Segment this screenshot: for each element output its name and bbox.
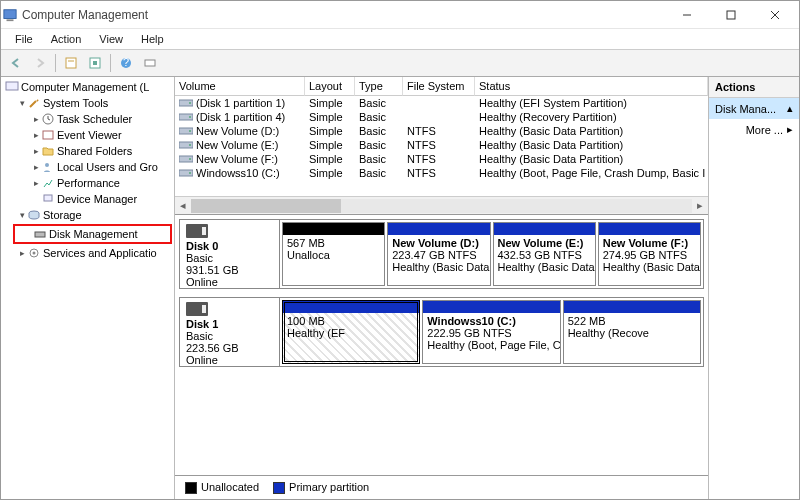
svg-point-15 — [45, 163, 49, 167]
svg-rect-11 — [145, 60, 155, 66]
disk-label[interactable]: Disk 0Basic931.51 GBOnline — [180, 220, 280, 288]
horizontal-scrollbar[interactable]: ◂ ▸ — [175, 196, 708, 214]
tools-icon — [27, 96, 41, 110]
refresh-button[interactable] — [84, 52, 106, 74]
svg-point-26 — [189, 130, 191, 132]
partition[interactable]: Windowss10 (C:)222.95 GB NTFSHealthy (Bo… — [422, 300, 560, 364]
col-type[interactable]: Type — [355, 77, 403, 96]
disk-icon — [186, 302, 208, 316]
help-button[interactable]: ? — [115, 52, 137, 74]
svg-point-20 — [33, 252, 36, 255]
properties-button[interactable] — [60, 52, 82, 74]
tree-storage[interactable]: ▾Storage — [1, 207, 174, 223]
toolbar-separator — [55, 54, 56, 72]
svg-text:?: ? — [123, 56, 129, 68]
legend: Unallocated Primary partition — [175, 475, 708, 499]
navigation-tree[interactable]: Computer Management (L ▾System Tools ▸Ta… — [1, 77, 175, 499]
clock-icon — [41, 112, 55, 126]
legend-primary: Primary partition — [273, 481, 369, 494]
table-row[interactable]: New Volume (E:)SimpleBasicNTFSHealthy (B… — [175, 138, 708, 152]
col-volume[interactable]: Volume — [175, 77, 305, 96]
back-button[interactable] — [5, 52, 27, 74]
tree-performance[interactable]: ▸Performance — [1, 175, 174, 191]
tree-root[interactable]: Computer Management (L — [1, 79, 174, 95]
chevron-right-icon: ▸ — [31, 178, 41, 188]
svg-point-22 — [189, 102, 191, 104]
col-layout[interactable]: Layout — [305, 77, 355, 96]
drive-icon — [179, 140, 193, 150]
tree-shared-folders[interactable]: ▸Shared Folders — [1, 143, 174, 159]
extra-button[interactable] — [139, 52, 161, 74]
disk-label[interactable]: Disk 1Basic223.56 GBOnline — [180, 298, 280, 366]
partition[interactable]: New Volume (E:)432.53 GB NTFSHealthy (Ba… — [493, 222, 596, 286]
chevron-down-icon: ▾ — [17, 210, 27, 220]
actions-pane: Actions Disk Mana...▴ More ...▸ — [709, 77, 799, 499]
chevron-right-icon: ▸ — [31, 146, 41, 156]
center-pane: Volume Layout Type File System Status (D… — [175, 77, 709, 499]
actions-more[interactable]: More ...▸ — [709, 119, 799, 140]
svg-point-24 — [189, 116, 191, 118]
window-controls — [665, 1, 797, 29]
partition[interactable]: 100 MBHealthy (EF — [282, 300, 420, 364]
disk-block: Disk 0Basic931.51 GBOnline567 MBUnalloca… — [179, 219, 704, 289]
tree-device-manager[interactable]: Device Manager — [1, 191, 174, 207]
menu-help[interactable]: Help — [133, 31, 172, 47]
svg-rect-12 — [6, 82, 18, 90]
maximize-button[interactable] — [709, 1, 753, 29]
svg-rect-6 — [66, 58, 76, 68]
svg-rect-3 — [727, 11, 735, 19]
highlighted-item: Disk Management — [13, 224, 172, 244]
device-icon — [41, 192, 55, 206]
scroll-right-icon[interactable]: ▸ — [692, 199, 708, 212]
drive-icon — [179, 112, 193, 122]
partition[interactable]: 522 MBHealthy (Recove — [563, 300, 701, 364]
table-row[interactable]: New Volume (D:)SimpleBasicNTFSHealthy (B… — [175, 124, 708, 138]
svg-rect-1 — [7, 19, 14, 21]
chevron-right-icon: ▸ — [31, 130, 41, 140]
titlebar: Computer Management — [1, 1, 799, 29]
tree-system-tools[interactable]: ▾System Tools — [1, 95, 174, 111]
events-icon — [41, 128, 55, 142]
app-icon — [3, 8, 17, 22]
table-row[interactable]: (Disk 1 partition 4)SimpleBasicHealthy (… — [175, 110, 708, 124]
table-row[interactable]: Windowss10 (C:)SimpleBasicNTFSHealthy (B… — [175, 166, 708, 180]
scroll-left-icon[interactable]: ◂ — [175, 199, 191, 212]
chevron-right-icon: ▸ — [31, 162, 41, 172]
menu-file[interactable]: File — [7, 31, 41, 47]
col-filesystem[interactable]: File System — [403, 77, 475, 96]
menu-view[interactable]: View — [91, 31, 131, 47]
forward-button[interactable] — [29, 52, 51, 74]
partition[interactable]: New Volume (D:)223.47 GB NTFSHealthy (Ba… — [387, 222, 490, 286]
tree-event-viewer[interactable]: ▸Event Viewer — [1, 127, 174, 143]
table-row[interactable]: New Volume (F:)SimpleBasicNTFSHealthy (B… — [175, 152, 708, 166]
chevron-up-icon: ▴ — [787, 102, 793, 115]
partition[interactable]: New Volume (F:)274.95 GB NTFSHealthy (Ba… — [598, 222, 701, 286]
tree-services[interactable]: ▸Services and Applicatio — [1, 245, 174, 261]
drive-icon — [179, 168, 193, 178]
toolbar: ? — [1, 49, 799, 77]
storage-icon — [27, 208, 41, 222]
scroll-track[interactable] — [191, 199, 692, 213]
actions-selected[interactable]: Disk Mana...▴ — [709, 98, 799, 119]
tree-local-users[interactable]: ▸Local Users and Gro — [1, 159, 174, 175]
drive-icon — [179, 154, 193, 164]
chevron-down-icon: ▾ — [17, 98, 27, 108]
menubar: File Action View Help — [1, 29, 799, 49]
tree-task-scheduler[interactable]: ▸Task Scheduler — [1, 111, 174, 127]
computer-icon — [5, 80, 19, 94]
users-icon — [41, 160, 55, 174]
tree-disk-management[interactable]: Disk Management — [15, 226, 170, 242]
disk-icon — [186, 224, 208, 238]
actions-header: Actions — [709, 77, 799, 98]
table-row[interactable]: (Disk 1 partition 1)SimpleBasicHealthy (… — [175, 96, 708, 110]
scroll-thumb[interactable] — [191, 199, 341, 213]
minimize-button[interactable] — [665, 1, 709, 29]
col-status[interactable]: Status — [475, 77, 708, 96]
svg-rect-14 — [43, 131, 53, 139]
volume-table-header[interactable]: Volume Layout Type File System Status — [175, 77, 708, 96]
disk-icon — [33, 227, 47, 241]
partition[interactable]: 567 MBUnalloca — [282, 222, 385, 286]
menu-action[interactable]: Action — [43, 31, 90, 47]
close-button[interactable] — [753, 1, 797, 29]
svg-point-30 — [189, 158, 191, 160]
